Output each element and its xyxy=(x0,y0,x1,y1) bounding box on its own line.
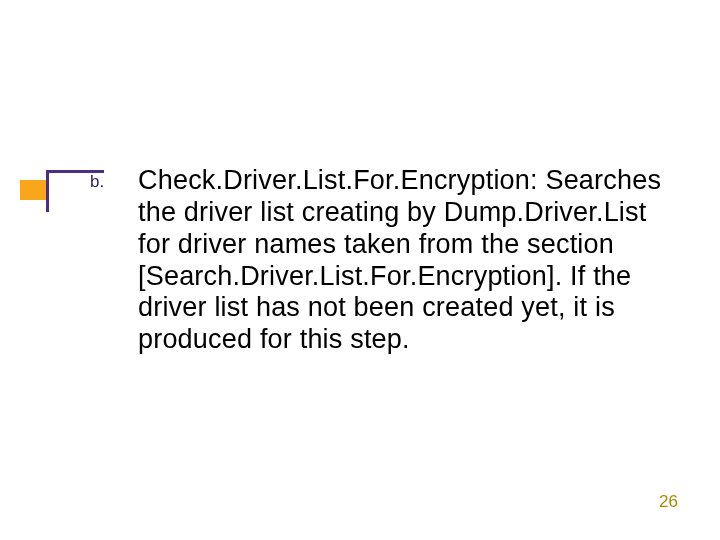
list-marker: b. xyxy=(90,172,104,192)
body-text: Check.Driver.List.For.Encryption: Search… xyxy=(138,165,683,356)
accent-yellow-box xyxy=(20,180,47,200)
slide: b. Check.Driver.List.For.Encryption: Sea… xyxy=(0,0,720,540)
page-number: 26 xyxy=(659,492,678,512)
accent-purple-vertical xyxy=(46,172,49,212)
corner-accent xyxy=(20,170,100,198)
